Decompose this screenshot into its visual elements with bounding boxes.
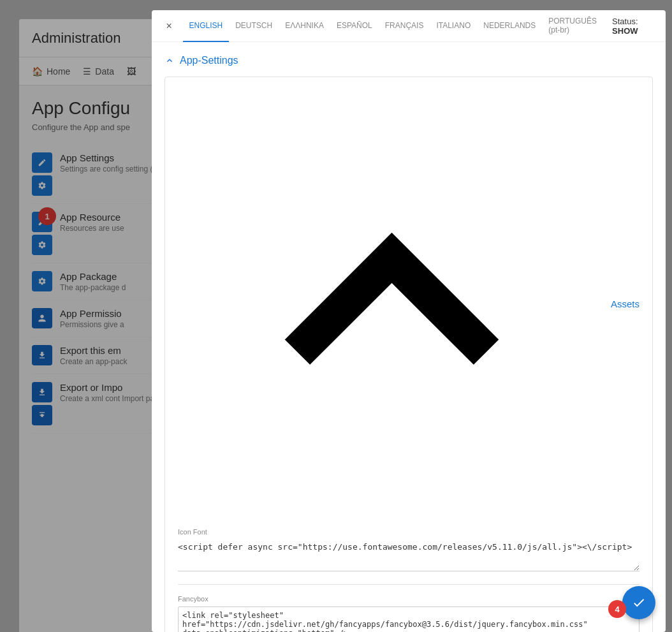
lang-tab-french[interactable]: FRANÇAIS bbox=[379, 10, 430, 42]
assets-label: Assets bbox=[611, 298, 639, 309]
fancybox-input[interactable] bbox=[178, 606, 639, 632]
status-label: Status: bbox=[612, 17, 638, 26]
modal-body: App-Settings Assets Icon Font Fancybox B… bbox=[152, 42, 666, 632]
modal-header: × ENGLISH DEUTSCH ΕΛΛΗΝΙΚΑ ESPAÑOL FRANÇ… bbox=[152, 10, 666, 42]
lang-tab-spanish[interactable]: ESPAÑOL bbox=[330, 10, 379, 42]
lang-tab-english[interactable]: ENGLISH bbox=[183, 10, 230, 42]
assets-section-header[interactable]: Assets bbox=[178, 90, 639, 518]
app-settings-label: App-Settings bbox=[180, 55, 238, 66]
app-settings-section-header[interactable]: App-Settings bbox=[164, 55, 653, 66]
lang-tab-italian[interactable]: ITALIANO bbox=[430, 10, 477, 42]
chevron-up-icon bbox=[178, 90, 606, 518]
icon-font-label: Icon Font bbox=[178, 528, 639, 536]
chevron-up-icon bbox=[164, 55, 175, 66]
assets-card: Assets Icon Font Fancybox Bootstrap This… bbox=[164, 77, 653, 632]
step-badge-4: 4 bbox=[608, 600, 626, 618]
status-area: Status: SHOW bbox=[612, 17, 655, 36]
check-icon bbox=[632, 596, 646, 610]
lang-tab-dutch[interactable]: NEDERLANDS bbox=[477, 10, 542, 42]
icon-font-input[interactable] bbox=[178, 540, 639, 571]
close-button[interactable]: × bbox=[162, 17, 177, 35]
status-value: SHOW bbox=[612, 26, 638, 36]
icon-font-field: Icon Font bbox=[178, 528, 639, 574]
lang-tab-greek[interactable]: ΕΛΛΗΝΙΚΑ bbox=[279, 10, 330, 42]
modal: × ENGLISH DEUTSCH ΕΛΛΗΝΙΚΑ ESPAÑOL FRANÇ… bbox=[152, 10, 666, 632]
confirm-button[interactable] bbox=[622, 586, 655, 619]
fancybox-label: Fancybox bbox=[178, 595, 639, 603]
lang-tab-deutsch[interactable]: DEUTSCH bbox=[229, 10, 279, 42]
lang-tab-portuguese[interactable]: PORTUGUÊS (pt-br) bbox=[542, 10, 612, 42]
fancybox-field: Fancybox bbox=[178, 595, 639, 632]
